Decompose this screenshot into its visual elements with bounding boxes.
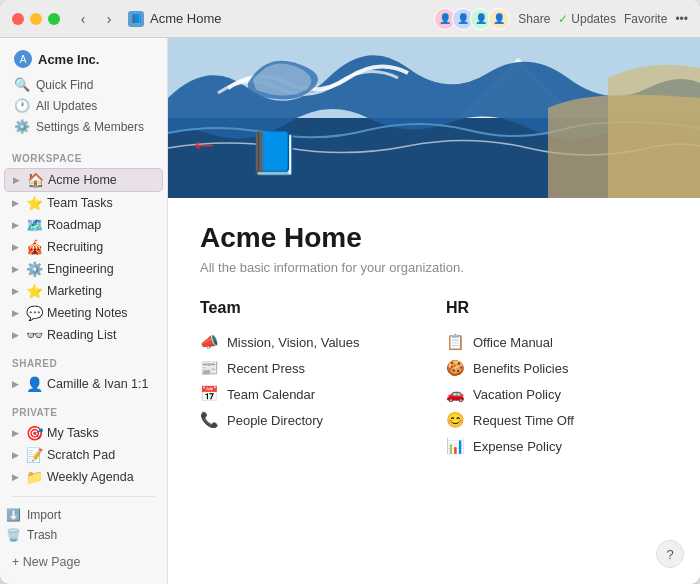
section-link[interactable]: 🍪 Benefits Policies xyxy=(446,355,668,381)
gear-icon: ⚙️ xyxy=(14,119,30,134)
sections-grid: Team 📣 Mission, Vision, Values 📰 Recent … xyxy=(200,299,668,459)
section-link[interactable]: 📊 Expense Policy xyxy=(446,433,668,459)
chevron-icon: ▶ xyxy=(12,379,22,389)
sidebar-item-engineering[interactable]: ▶ ⚙️ Engineering xyxy=(4,258,163,280)
page-content: Acme Home All the basic information for … xyxy=(168,198,700,483)
chevron-icon: ▶ xyxy=(12,428,22,438)
sidebar-item-label: Camille & Ivan 1:1 xyxy=(47,377,148,391)
workspace-items: ▶ 🏠 Acme Home ▶ ⭐ Team Tasks ▶ 🗺️ Roadma… xyxy=(0,168,167,346)
check-icon: ✓ xyxy=(558,12,568,26)
section-item-icon: 📣 xyxy=(200,333,219,351)
trash-button[interactable]: 🗑️ Trash xyxy=(0,525,167,545)
item-icon: 🎪 xyxy=(26,239,43,255)
chevron-icon: ▶ xyxy=(12,264,22,274)
brand-button[interactable]: A Acme Inc. xyxy=(8,46,159,72)
sidebar-item-meeting-notes[interactable]: ▶ 💬 Meeting Notes xyxy=(4,302,163,324)
item-icon: 📁 xyxy=(26,469,43,485)
shared-section: SHARED ▶ 👤 Camille & Ivan 1:1 xyxy=(0,358,167,395)
section-link[interactable]: 📅 Team Calendar xyxy=(200,381,422,407)
chevron-icon: ▶ xyxy=(12,242,22,252)
chevron-icon: ▶ xyxy=(12,472,22,482)
section-item-label: Mission, Vision, Values xyxy=(227,335,359,350)
favorite-button[interactable]: Favorite xyxy=(624,12,667,26)
section-item-label: Expense Policy xyxy=(473,439,562,454)
settings-button[interactable]: ⚙️ Settings & Members xyxy=(8,116,159,137)
section-link[interactable]: 📣 Mission, Vision, Values xyxy=(200,329,422,355)
sidebar-item-label: My Tasks xyxy=(47,426,99,440)
sidebar-item-roadmap[interactable]: ▶ 🗺️ Roadmap xyxy=(4,214,163,236)
section-link[interactable]: 😊 Request Time Off xyxy=(446,407,668,433)
sidebar-item-marketing[interactable]: ▶ ⭐ Marketing xyxy=(4,280,163,302)
sidebar-item-label: Roadmap xyxy=(47,218,101,232)
maximize-button[interactable] xyxy=(48,13,60,25)
item-icon: 👓 xyxy=(26,327,43,343)
hero-image: ← 📘 xyxy=(168,38,700,198)
page-icon: 📘 xyxy=(128,11,144,27)
section-item-icon: 🍪 xyxy=(446,359,465,377)
minimize-button[interactable] xyxy=(30,13,42,25)
back-button[interactable]: ‹ xyxy=(72,8,94,30)
workspace-label: WORKSPACE xyxy=(0,153,167,168)
section-item-label: Office Manual xyxy=(473,335,553,350)
sidebar-top: A Acme Inc. 🔍 Quick Find 🕐 All Updates ⚙… xyxy=(0,38,167,141)
avatar: 👤 xyxy=(488,8,510,30)
page-title: Acme Home xyxy=(200,222,668,254)
app-window: ‹ › 📘 Acme Home 👤 👤 👤 👤 Share ✓ Updates … xyxy=(0,0,700,584)
section-link[interactable]: 📰 Recent Press xyxy=(200,355,422,381)
window-title: Acme Home xyxy=(150,11,438,26)
sidebar-item-label: Meeting Notes xyxy=(47,306,128,320)
updates-button[interactable]: ✓ Updates xyxy=(558,12,616,26)
section-link[interactable]: 🚗 Vacation Policy xyxy=(446,381,668,407)
chevron-icon: ▶ xyxy=(12,198,22,208)
section-item-icon: 🚗 xyxy=(446,385,465,403)
content-area: ← 📘 Acme Home All the basic information … xyxy=(168,38,700,584)
more-button[interactable]: ••• xyxy=(675,12,688,26)
page-subtitle: All the basic information for your organ… xyxy=(200,260,668,275)
private-section: PRIVATE ▶ 🎯 My Tasks ▶ 📝 Scratch Pad ▶ 📁… xyxy=(0,407,167,488)
arrow-icon: ← xyxy=(188,126,220,163)
sidebar-item-label: Recruiting xyxy=(47,240,103,254)
workspace-section: WORKSPACE ▶ 🏠 Acme Home ▶ ⭐ Team Tasks ▶… xyxy=(0,153,167,346)
section-item-label: Recent Press xyxy=(227,361,305,376)
sidebar-item-scratch-pad[interactable]: ▶ 📝 Scratch Pad xyxy=(4,444,163,466)
help-button[interactable]: ? xyxy=(656,540,684,568)
import-button[interactable]: ⬇️ Import xyxy=(0,505,167,525)
item-icon: 🗺️ xyxy=(26,217,43,233)
chevron-icon: ▶ xyxy=(12,330,22,340)
section-item-label: Request Time Off xyxy=(473,413,574,428)
item-icon: 🎯 xyxy=(26,425,43,441)
section-item-label: Vacation Policy xyxy=(473,387,561,402)
close-button[interactable] xyxy=(12,13,24,25)
shared-items: ▶ 👤 Camille & Ivan 1:1 xyxy=(0,373,167,395)
sidebar-item-weekly-agenda[interactable]: ▶ 📁 Weekly Agenda xyxy=(4,466,163,488)
private-items: ▶ 🎯 My Tasks ▶ 📝 Scratch Pad ▶ 📁 Weekly … xyxy=(0,422,167,488)
share-button[interactable]: Share xyxy=(518,12,550,26)
hr-section-title: HR xyxy=(446,299,668,317)
sidebar-item-acme-home[interactable]: ▶ 🏠 Acme Home xyxy=(4,168,163,192)
quick-find-button[interactable]: 🔍 Quick Find xyxy=(8,74,159,95)
section-link[interactable]: 📋 Office Manual xyxy=(446,329,668,355)
sidebar-item-reading-list[interactable]: ▶ 👓 Reading List xyxy=(4,324,163,346)
titlebar-actions: 👤 👤 👤 👤 Share ✓ Updates Favorite ••• xyxy=(438,8,688,30)
sidebar-item-my-tasks[interactable]: ▶ 🎯 My Tasks xyxy=(4,422,163,444)
item-icon: 📝 xyxy=(26,447,43,463)
team-section: Team 📣 Mission, Vision, Values 📰 Recent … xyxy=(200,299,422,459)
new-page-button[interactable]: + New Page xyxy=(0,549,167,575)
search-icon: 🔍 xyxy=(14,77,30,92)
sidebar-item-recruiting[interactable]: ▶ 🎪 Recruiting xyxy=(4,236,163,258)
hr-section: HR 📋 Office Manual 🍪 Benefits Policies 🚗… xyxy=(446,299,668,459)
brand-name: Acme Inc. xyxy=(38,52,99,67)
item-icon: 🏠 xyxy=(27,172,44,188)
section-link[interactable]: 📞 People Directory xyxy=(200,407,422,433)
section-item-icon: 📅 xyxy=(200,385,219,403)
team-section-title: Team xyxy=(200,299,422,317)
traffic-lights xyxy=(12,13,60,25)
section-item-icon: 📋 xyxy=(446,333,465,351)
sidebar-item-camille-ivan[interactable]: ▶ 👤 Camille & Ivan 1:1 xyxy=(4,373,163,395)
sidebar-item-team-tasks[interactable]: ▶ ⭐ Team Tasks xyxy=(4,192,163,214)
all-updates-button[interactable]: 🕐 All Updates xyxy=(8,95,159,116)
clock-icon: 🕐 xyxy=(14,98,30,113)
forward-button[interactable]: › xyxy=(98,8,120,30)
sidebar-item-label: Scratch Pad xyxy=(47,448,115,462)
section-item-label: Team Calendar xyxy=(227,387,315,402)
